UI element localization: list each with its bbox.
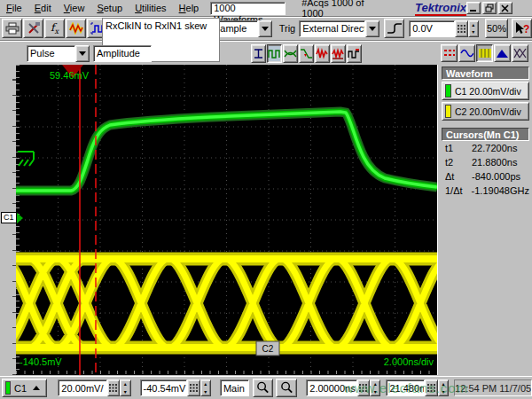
oscilloscope-window: File Edit View Setup Utilities Help 1000… [0, 0, 532, 399]
cursor-name: t2 [445, 157, 472, 168]
spin-up-icon[interactable]: ▴ [439, 380, 448, 388]
scope-display: 59.46mV -140.5mV 2.000ns/div C2 [16, 65, 437, 375]
c2-scale-label: C2 20.00mV/div [455, 106, 521, 117]
spin-up-icon[interactable]: ▴ [371, 380, 379, 388]
tektronix-logo: Tektronix [415, 1, 466, 16]
trigger-level-keypad-button[interactable] [455, 20, 467, 37]
trigger-source-dropdown[interactable]: External Direct [299, 20, 379, 37]
c1-channel-marker[interactable]: C1 [1, 212, 23, 223]
printer-icon [5, 22, 20, 35]
keypad-icon [359, 384, 367, 392]
spin-down-icon[interactable]: ▾ [439, 388, 448, 396]
waveform-icon [69, 22, 83, 35]
zoom-out-button[interactable] [276, 379, 297, 397]
c2-label-box: C2 [256, 341, 279, 356]
trigger-level-spinner[interactable]: ▴▾ [468, 20, 480, 37]
measure-clock-jitter-button[interactable] [347, 44, 362, 63]
restore-icon [485, 4, 495, 12]
set-50-percent-button[interactable]: 50% [485, 19, 508, 38]
waveform-display-button[interactable] [66, 19, 86, 38]
restore-button[interactable] [482, 2, 497, 14]
close-button[interactable] [498, 2, 512, 14]
spin-up-icon[interactable]: ▴ [469, 21, 479, 29]
channel-c2-button[interactable]: C2 20.00mV/div [442, 102, 529, 121]
fx-icon: fx [51, 21, 59, 35]
bottom-scale-value: -140.5mV [20, 356, 62, 367]
acquisitions-count: #Acqs 1000 of 1000 [301, 0, 374, 19]
keypad-icon [458, 25, 466, 33]
measure-burst-button[interactable] [315, 44, 330, 63]
c1-marker-arrow-icon [17, 213, 23, 223]
math-function-button[interactable]: fx [44, 19, 65, 38]
close-icon [501, 4, 510, 12]
menu-setup[interactable]: Setup [90, 1, 129, 15]
vertical-scale-keypad-button[interactable] [107, 379, 120, 396]
keypad-icon [109, 384, 117, 392]
clock-display: 12:54 PM 11/7/05 [454, 379, 532, 396]
spin-up-icon[interactable]: ▴ [201, 380, 210, 388]
sample-mode-arrow[interactable] [258, 20, 272, 37]
vertical-offset-keypad-button[interactable] [187, 379, 200, 396]
horizontal-scale-keypad-button[interactable] [357, 379, 370, 396]
channel-select-button[interactable]: C1 [2, 379, 47, 397]
main-toolbar: fx Sample Trig External Direct [0, 17, 532, 41]
dashes-icon [443, 48, 456, 59]
timebase-readout: 2.000ns/div [384, 356, 434, 367]
horizontal-scale-field[interactable]: 2.00000ns [306, 379, 356, 396]
menu-view[interactable]: View [58, 1, 91, 15]
cursor-name: t1 [445, 143, 472, 153]
cursor-value: -1.19048GHz [472, 185, 529, 196]
measure-eye-button[interactable] [283, 44, 298, 63]
minimize-button[interactable] [466, 2, 481, 14]
eye-x-icon [513, 48, 527, 59]
display-intensified-button[interactable] [476, 44, 493, 62]
cursors-panel: Cursors(Mn C1) t1 22.7200ns t2 21.8800ns… [442, 128, 529, 198]
spin-up-icon[interactable]: ▴ [121, 380, 129, 388]
horizontal-position-spinner[interactable]: ▴▾ [438, 379, 449, 396]
menu-help[interactable]: Help [173, 1, 206, 15]
c1-color-bar [445, 84, 451, 98]
display-eye-diagram-button[interactable] [512, 44, 528, 62]
cursor-value: -840.000ps [472, 171, 520, 182]
print-button[interactable] [2, 19, 22, 38]
cursor-row-inverse-delta-t: 1/Δt -1.19048GHz [442, 184, 529, 198]
measure-amplitude-button[interactable] [251, 44, 266, 63]
vertical-offset-spinner[interactable]: ▴▾ [200, 379, 211, 396]
display-vector-button[interactable] [458, 44, 475, 62]
measurement-name-field[interactable]: Amplitude [93, 45, 152, 62]
spin-down-icon[interactable]: ▾ [469, 28, 479, 36]
spin-down-icon[interactable]: ▾ [201, 388, 210, 396]
cursors-panel-header: Cursors(Mn C1) [442, 128, 529, 141]
sine-wave-icon [460, 48, 473, 59]
spin-down-icon[interactable]: ▾ [121, 388, 129, 396]
menu-edit[interactable]: Edit [28, 1, 58, 15]
horizontal-scale-spinner[interactable]: ▴▾ [370, 379, 380, 396]
measure-pulse-button[interactable] [267, 44, 282, 63]
vertical-scale-field[interactable]: 20.00mV/ [58, 379, 106, 396]
menu-utilities[interactable]: Utilities [129, 1, 172, 15]
channel-c1-button[interactable]: C1 20.00mV/div [442, 82, 529, 100]
display-dots-button[interactable] [441, 44, 458, 62]
minimize-icon [469, 4, 478, 12]
menu-file[interactable]: File [0, 1, 28, 15]
chevron-down-icon [262, 27, 269, 31]
pulse-type-arrow[interactable] [75, 45, 90, 62]
spin-down-icon[interactable]: ▾ [371, 388, 379, 396]
right-sidebar: Waveform C1 20.00mV/div C2 20.00mV/div C… [437, 65, 532, 375]
help-pointer-button[interactable]: ? [512, 19, 532, 38]
vertical-offset-field[interactable]: -40.54mV [140, 379, 188, 396]
vertical-scale-spinner[interactable]: ▴▾ [120, 379, 130, 396]
horizontal-position-field[interactable]: 21.480n [386, 379, 425, 396]
display-histogram-button[interactable] [494, 44, 511, 62]
pulse-type-dropdown[interactable]: Pulse [27, 45, 90, 62]
main-view-field[interactable]: Main [220, 379, 249, 396]
measure-burst-width-button[interactable] [331, 44, 346, 63]
measure-fall-time-button[interactable] [299, 44, 314, 63]
tools-button[interactable] [23, 19, 43, 38]
trigger-level-field[interactable]: 0.0V [409, 20, 455, 37]
trigger-slope-button[interactable] [384, 19, 404, 38]
trigger-source-arrow[interactable] [365, 20, 379, 37]
top-scale-value: 59.46mV [50, 70, 90, 81]
horizontal-position-keypad-button[interactable] [425, 379, 437, 396]
zoom-in-button[interactable] [253, 379, 274, 397]
